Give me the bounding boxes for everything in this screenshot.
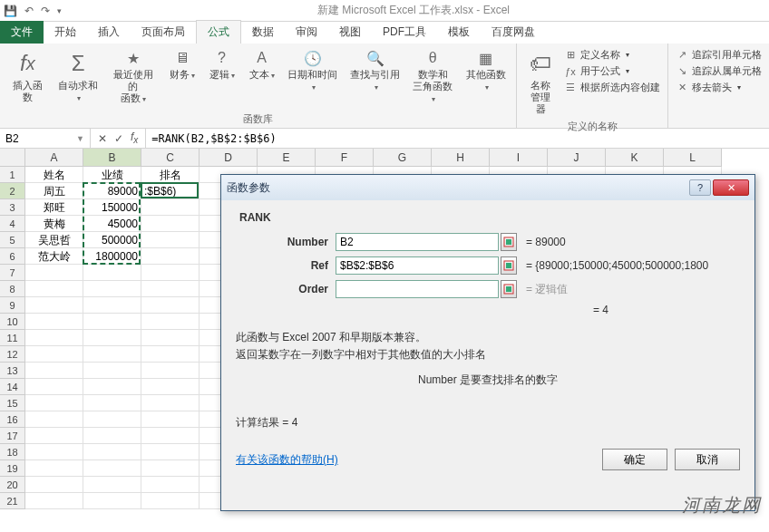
more-fn-button[interactable]: ▦ 其他函数	[462, 47, 511, 94]
col-head[interactable]: H	[432, 149, 490, 167]
tab-baidu[interactable]: 百度网盘	[481, 21, 546, 44]
row-head[interactable]: 8	[0, 281, 25, 297]
accept-formula-icon[interactable]: ✓	[114, 132, 123, 145]
col-head[interactable]: G	[374, 149, 432, 167]
tab-home[interactable]: 开始	[44, 21, 87, 44]
tab-formula[interactable]: 公式	[196, 20, 241, 44]
col-head[interactable]: E	[258, 149, 316, 167]
trace-dependents-button[interactable]: ↘追踪从属单元格	[674, 63, 764, 79]
dialog-titlebar[interactable]: 函数参数 ? ✕	[221, 175, 754, 200]
row-head[interactable]: 4	[0, 216, 25, 232]
cell[interactable]: 黄梅	[25, 216, 83, 232]
tab-insert[interactable]: 插入	[87, 21, 131, 44]
insert-function-button[interactable]: fx 插入函数	[5, 47, 50, 105]
name-box[interactable]: B2 ▼	[0, 129, 91, 148]
text-button[interactable]: A 文本	[244, 47, 280, 82]
arg-input-number[interactable]	[336, 233, 499, 251]
arg-input-ref[interactable]	[336, 256, 499, 275]
row-head[interactable]: 5	[0, 232, 25, 248]
row-head[interactable]: 13	[0, 363, 25, 379]
range-picker-icon[interactable]	[501, 280, 517, 298]
save-icon[interactable]: 💾	[4, 5, 17, 17]
col-head[interactable]: K	[606, 149, 664, 167]
row-head[interactable]: 16	[0, 411, 25, 428]
cell[interactable]: 排名	[141, 167, 200, 183]
col-head[interactable]: C	[141, 149, 200, 167]
cell[interactable]: 郑旺	[25, 199, 83, 216]
row-head[interactable]: 20	[0, 477, 25, 493]
range-picker-icon[interactable]	[501, 233, 517, 251]
autosum-button[interactable]: Σ 自动求和	[54, 47, 103, 105]
math-button[interactable]: θ 数学和 三角函数	[408, 47, 458, 107]
cell[interactable]: 姓名	[25, 167, 83, 183]
row-head[interactable]: 9	[0, 297, 25, 314]
row-head[interactable]: 18	[0, 444, 25, 460]
cell[interactable]	[141, 199, 200, 216]
row-head[interactable]: 19	[0, 460, 25, 477]
cell[interactable]: :$B$6)	[141, 183, 200, 199]
select-all-corner[interactable]	[0, 149, 25, 167]
cell[interactable]: 吴思哲	[25, 232, 83, 248]
cell[interactable]: 45000	[83, 216, 141, 232]
tab-layout[interactable]: 页面布局	[131, 21, 196, 44]
arg-input-order[interactable]	[336, 280, 499, 298]
row-head[interactable]: 6	[0, 248, 25, 265]
function-help-link[interactable]: 有关该函数的帮助(H)	[236, 452, 338, 468]
use-formula-button[interactable]: ƒx用于公式▾	[562, 63, 662, 79]
col-head[interactable]: J	[548, 149, 606, 167]
col-head[interactable]: L	[664, 149, 722, 167]
formula-input[interactable]: =RANK(B2,$B$2:$B$6)	[146, 129, 769, 148]
tab-view[interactable]: 视图	[328, 21, 372, 44]
undo-icon[interactable]: ↶	[24, 5, 34, 17]
remove-arrows-button[interactable]: ✕移去箭头▾	[674, 80, 764, 95]
col-head[interactable]: I	[490, 149, 548, 167]
tab-review[interactable]: 审阅	[285, 21, 328, 44]
col-head[interactable]: B	[83, 149, 141, 167]
row-head[interactable]: 1	[0, 167, 25, 183]
help-button[interactable]: ?	[689, 179, 711, 196]
datetime-button[interactable]: 🕓 日期和时间	[284, 47, 343, 94]
cell[interactable]: 业绩	[83, 167, 141, 183]
row-head[interactable]: 21	[0, 493, 25, 509]
trace-precedents-button[interactable]: ↗追踪引用单元格	[674, 47, 764, 63]
cell[interactable]: 150000	[83, 199, 141, 216]
tab-pdf[interactable]: PDF工具	[372, 21, 437, 44]
row-head[interactable]: 7	[0, 265, 25, 281]
col-head[interactable]: D	[200, 149, 258, 167]
cell[interactable]: 500000	[83, 232, 141, 248]
name-manager-button[interactable]: 🏷 名称 管理器	[522, 47, 559, 118]
row-head[interactable]: 14	[0, 379, 25, 395]
financial-button[interactable]: 🖥 财务	[164, 47, 200, 82]
col-head[interactable]: F	[316, 149, 374, 167]
row-head[interactable]: 12	[0, 346, 25, 363]
create-from-sel-button[interactable]: ☰根据所选内容创建	[562, 80, 662, 95]
define-name-button[interactable]: ⊞定义名称▾	[562, 47, 662, 63]
cell[interactable]	[141, 216, 200, 232]
close-button[interactable]: ✕	[713, 179, 749, 196]
tab-data[interactable]: 数据	[241, 21, 285, 44]
fx-button-icon[interactable]: fx	[131, 131, 138, 145]
cell[interactable]: 周五	[25, 183, 83, 199]
row-head[interactable]: 3	[0, 199, 25, 216]
redo-icon[interactable]: ↷	[41, 5, 50, 17]
cell[interactable]: 范大岭	[25, 248, 83, 265]
cell[interactable]: 1800000	[83, 248, 141, 265]
tab-template[interactable]: 模板	[437, 21, 481, 44]
ok-button[interactable]: 确定	[602, 449, 667, 470]
row-head[interactable]: 2	[0, 183, 25, 199]
row-head[interactable]: 17	[0, 428, 25, 444]
cell[interactable]	[141, 248, 200, 265]
cancel-button[interactable]: 取消	[675, 449, 740, 470]
row-head[interactable]: 15	[0, 395, 25, 411]
row-head[interactable]: 11	[0, 330, 25, 346]
lookup-button[interactable]: 🔍 查找与引用	[346, 47, 404, 94]
cell[interactable]: 89000	[83, 183, 141, 199]
logical-button[interactable]: ? 逻辑	[204, 47, 240, 82]
cancel-formula-icon[interactable]: ✕	[98, 132, 107, 145]
recent-fn-button[interactable]: ★ 最近使用的 函数	[106, 47, 160, 107]
row-head[interactable]: 10	[0, 314, 25, 330]
tab-file[interactable]: 文件	[0, 21, 44, 44]
cell[interactable]	[141, 232, 200, 248]
col-head[interactable]: A	[25, 149, 83, 167]
range-picker-icon[interactable]	[501, 256, 517, 275]
